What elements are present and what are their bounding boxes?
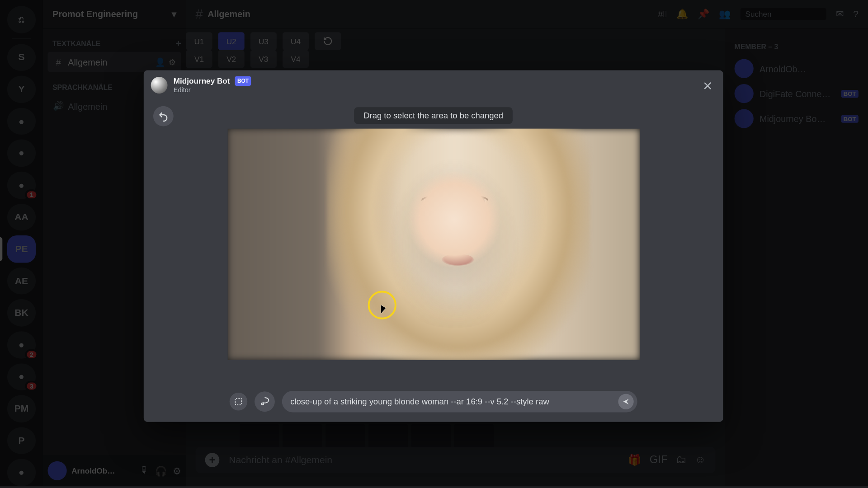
marquee-tool-button[interactable] [230,393,248,411]
editor-hint: Drag to select the area to be changed [354,107,513,124]
modal-author: Midjourney Bot [174,76,230,85]
modal-header: Midjourney Bot BOT Editor [151,76,251,94]
prompt-input[interactable]: close-up of a striking young blonde woma… [282,391,637,412]
svg-point-1 [262,403,264,405]
bot-badge: BOT [235,76,251,86]
lasso-tool-button[interactable] [255,391,275,412]
editor-modal: Midjourney Bot BOT Editor Drag to select… [144,70,723,422]
image-content [442,253,474,265]
undo-button[interactable] [153,106,174,127]
prompt-text: close-up of a striking young blonde woma… [290,397,549,406]
image-content [326,129,590,360]
close-button[interactable] [699,77,716,94]
svg-rect-0 [235,399,241,405]
modal-footer: close-up of a striking young blonde woma… [144,389,723,413]
submit-button[interactable] [618,394,633,409]
modal-subtitle: Editor [174,86,251,94]
image-content [467,198,488,206]
image-content [421,198,443,206]
bot-avatar [151,77,168,94]
editor-canvas[interactable] [228,129,640,360]
